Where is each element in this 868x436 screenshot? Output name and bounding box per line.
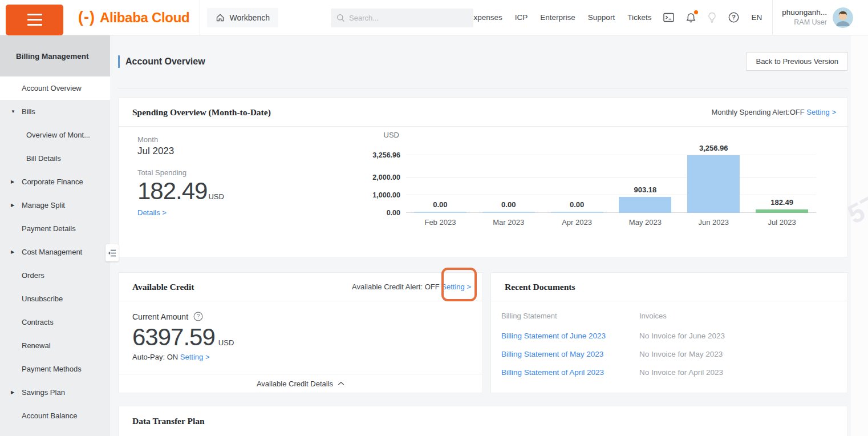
back-to-previous-version-button[interactable]: Back to Previous Version xyxy=(746,52,848,71)
total-spending-label: Total Spending xyxy=(137,168,224,177)
chart-bar-slot: 3,256.96 xyxy=(679,133,748,213)
nav-item-support[interactable]: Support xyxy=(588,13,615,22)
user-name: phuonganh... xyxy=(782,7,827,18)
x-axis-label: Feb 2023 xyxy=(406,218,474,227)
autopay-label: Auto-Pay: ON xyxy=(132,353,178,361)
current-amount-help-icon[interactable]: ? xyxy=(193,312,203,321)
y-axis-tick-label: 1,000.00 xyxy=(372,191,400,199)
notification-dot xyxy=(694,10,698,14)
workbench-label: Workbench xyxy=(229,13,270,22)
user-role: RAM User xyxy=(782,18,827,27)
credit-amount-value: 6397.59 xyxy=(132,325,215,349)
sidebar-item-label: Savings Plan xyxy=(0,388,65,397)
bar-jun-2023[interactable] xyxy=(687,155,740,213)
page-title: Account Overview xyxy=(118,55,205,68)
nav-item-icp[interactable]: ICP xyxy=(515,13,528,22)
bar-may-2023[interactable] xyxy=(619,197,671,213)
bell-icon[interactable] xyxy=(686,13,696,23)
sidebar-item-renewal[interactable]: Renewal xyxy=(0,334,110,357)
sidebar-item-savings-plan[interactable]: ▶Savings Plan xyxy=(0,381,110,404)
autopay-setting-link[interactable]: Setting > xyxy=(180,353,210,361)
total-spending-currency: USD xyxy=(208,192,224,201)
x-axis-label: Apr 2023 xyxy=(543,218,611,227)
top-header: (-) Alibaba Cloud Workbench ExpensesICPE… xyxy=(0,0,868,35)
x-axis-label: Mar 2023 xyxy=(474,218,543,227)
spending-details-link[interactable]: Details > xyxy=(137,208,224,217)
sidebar-item-account-balance[interactable]: Account Balance xyxy=(0,404,110,427)
y-axis-tick-label: 0.00 xyxy=(387,209,400,217)
language-selector[interactable]: EN xyxy=(751,13,762,22)
data-transfer-plan-title: Data Transfer Plan xyxy=(132,416,205,426)
header-divider xyxy=(200,0,200,35)
sidebar-item-label: Manage Split xyxy=(0,201,65,209)
credit-amount-currency: USD xyxy=(218,338,234,347)
total-spending-value: 182.49 xyxy=(137,179,207,203)
bar-apr-2023[interactable] xyxy=(551,212,603,213)
header-divider xyxy=(772,0,773,35)
billing-statement-link[interactable]: Billing Statement of May 2023 xyxy=(501,340,639,358)
month-value: Jul 2023 xyxy=(137,146,224,157)
x-axis-label: May 2023 xyxy=(611,218,679,227)
sidebar-item-orders[interactable]: Orders xyxy=(0,264,110,287)
hamburger-menu-icon[interactable] xyxy=(6,5,63,35)
sidebar-item-contracts[interactable]: Contracts xyxy=(0,310,110,334)
sidebar-item-label: Account Balance xyxy=(0,411,78,420)
billing-statement-link[interactable]: Billing Statement of June 2023 xyxy=(501,322,639,340)
credit-alert-setting-link[interactable]: Setting > xyxy=(441,282,471,291)
help-icon[interactable]: ? xyxy=(728,12,739,23)
logo-mark-icon: (-) xyxy=(78,9,95,26)
sidebar-item-payment-details[interactable]: Payment Details xyxy=(0,217,110,240)
bar-mar-2023[interactable] xyxy=(482,212,535,213)
svg-text:?: ? xyxy=(732,14,736,21)
sidebar-item-bills[interactable]: ▼Bills xyxy=(0,100,110,123)
bar-value-label: 0.00 xyxy=(543,200,611,209)
bulb-icon[interactable] xyxy=(708,12,716,23)
sidebar-item-corporate-finance[interactable]: ▶Corporate Finance xyxy=(0,170,110,193)
sidebar-item-label: Orders xyxy=(0,271,44,280)
sidebar-item-payment-methods[interactable]: Payment Methods xyxy=(0,357,110,381)
sidebar-item-manage-split[interactable]: ▶Manage Split xyxy=(0,193,110,217)
sidebar-item-label: Bill Details xyxy=(0,154,61,163)
terminal-icon[interactable] xyxy=(663,13,674,22)
sidebar-item-label: Unsubscribe xyxy=(0,294,63,303)
sidebar-item-bill-details[interactable]: Bill Details xyxy=(0,147,110,170)
workbench-button[interactable]: Workbench xyxy=(207,8,278,27)
current-amount-label: Current Amount xyxy=(132,312,188,321)
nav-item-expenses[interactable]: Expenses xyxy=(469,13,502,22)
search-box[interactable] xyxy=(331,9,473,27)
bar-jul-2023[interactable] xyxy=(756,209,808,213)
monthly-spending-alert-setting-link[interactable]: Setting > xyxy=(806,108,836,116)
sidebar-item-cost-management[interactable]: ▶Cost Management xyxy=(0,240,110,264)
nav-item-enterprise[interactable]: Enterprise xyxy=(540,13,575,22)
available-credit-details-toggle[interactable]: Available Credit Details xyxy=(119,374,482,393)
invoice-status-text: No Invoice for April 2023 xyxy=(639,358,837,377)
sidebar-item-label: Contracts xyxy=(0,318,54,326)
sidebar-item-account-overview[interactable]: Account Overview xyxy=(0,76,110,100)
avatar[interactable] xyxy=(833,7,853,28)
chart-bar-slot: 182.49 xyxy=(748,133,816,213)
sidebar-collapse-handle[interactable] xyxy=(106,244,119,261)
user-menu[interactable]: phuonganh... RAM User xyxy=(782,7,827,27)
monthly-spending-alert-label: Monthly Spending Alert:OFF xyxy=(711,108,804,116)
chevron-right-icon: ▶ xyxy=(11,203,14,208)
nav-item-tickets[interactable]: Tickets xyxy=(627,13,651,22)
sidebar-item-unsubscribe[interactable]: Unsubscribe xyxy=(0,287,110,310)
y-axis-tick-label: 3,256.96 xyxy=(372,151,400,159)
bar-feb-2023[interactable] xyxy=(414,212,467,213)
billing-statement-link[interactable]: Billing Statement of April 2023 xyxy=(501,358,639,377)
sidebar-item-label: Bills xyxy=(0,107,35,116)
bar-value-label: 0.00 xyxy=(406,200,474,209)
search-input[interactable] xyxy=(349,14,463,22)
chevron-right-icon: ▶ xyxy=(11,249,14,255)
sidebar-item-label: Overview of Mont... xyxy=(0,131,90,139)
sidebar-item-overview-of-mont[interactable]: Overview of Mont... xyxy=(0,123,110,147)
credit-alert-label: Available Credit Alert: OFF xyxy=(352,282,440,291)
documents-card-title: Recent Documents xyxy=(505,282,575,292)
chart-unit-label: USD xyxy=(384,131,399,139)
spending-card-title: Spending Overview (Month-to-Date) xyxy=(132,107,271,118)
logo-text: Alibaba Cloud xyxy=(100,10,189,26)
invoices-column-header: Invoices xyxy=(639,312,837,322)
alibaba-cloud-logo[interactable]: (-) Alibaba Cloud xyxy=(78,9,189,26)
right-gutter: 57 xyxy=(851,35,868,436)
chevron-right-icon: ▶ xyxy=(11,390,14,395)
